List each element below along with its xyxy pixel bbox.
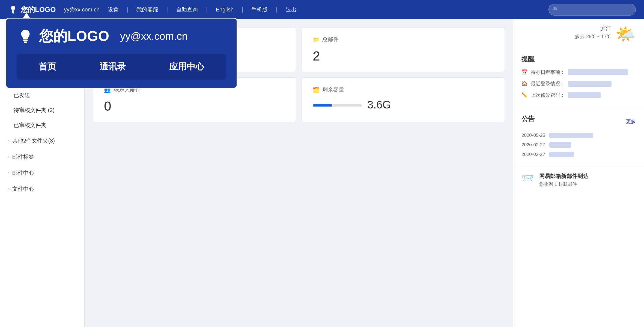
storage-row: 3.6G <box>313 99 494 111</box>
storage-label: 🗂️ 剩余容量 <box>313 86 494 93</box>
last-password-bar <box>568 92 601 98</box>
announce-bar-2 <box>549 142 571 148</box>
search-icon: 🔍 <box>553 7 559 13</box>
nav-links: 设置 | 我的客服 | 自助查询 | English | 手机版 | 退出 <box>108 6 297 13</box>
announce-row-1: 2020-05-25 <box>521 133 636 138</box>
dropdown-nav-contacts[interactable]: 通讯录 <box>91 59 134 74</box>
sidebar-item-mail-center[interactable]: › 邮件中心 <box>0 165 84 181</box>
folder-icon: 📁 <box>313 36 320 43</box>
sidebar-item-pending[interactable]: 待审核文件夹 (2) <box>0 103 84 118</box>
edit-icon: ✏️ <box>521 92 528 98</box>
announce-date-2: 2020-02-27 <box>521 142 545 148</box>
announce-row-3: 2020-02-27 <box>521 152 636 157</box>
notification-content: 网易邮箱新邮件到达 您收到 1 封新邮件 <box>539 172 588 187</box>
sidebar-item-file-center[interactable]: › 文件中心 <box>0 181 84 197</box>
file-center-arrow-icon: › <box>8 187 10 192</box>
weather-icon: 🌤️ <box>615 25 636 44</box>
nav-search: 🔍 <box>548 4 636 16</box>
nav-logout[interactable]: 退出 <box>286 6 297 13</box>
sidebar-item-other-folders[interactable]: › 其他2个文件夹 (3) <box>0 133 84 149</box>
notification-desc: 您收到 1 封新邮件 <box>539 181 588 187</box>
search-input[interactable] <box>548 4 636 16</box>
storage-bar <box>313 104 362 107</box>
announce-row-2: 2020-02-27 <box>521 142 636 148</box>
sidebar-item-sent[interactable]: 已发送 <box>0 88 84 103</box>
dropdown-logo-text: 您的LOGO <box>39 27 109 46</box>
reminder-row-schedule: 📅 待办日程事项： <box>521 69 636 75</box>
mail-center-label: 邮件中心 <box>12 169 34 177</box>
nav-logo[interactable]: 您的LOGO <box>8 5 56 14</box>
last-password-label: 上次修改密码： <box>531 92 565 98</box>
reminder-row-password: ✏️ 上次修改密码： <box>521 92 636 98</box>
announce-date-1: 2020-05-25 <box>521 133 545 138</box>
svg-point-2 <box>13 13 14 14</box>
notification-section: 📨 网易邮箱新邮件到达 您收到 1 封新邮件 <box>513 167 644 193</box>
calendar-icon: 📅 <box>521 69 528 75</box>
announcement-title: 公告 <box>521 114 535 123</box>
announce-bar-1 <box>549 133 593 138</box>
top-nav: 您的LOGO yy@xx.com.cn 设置 | 我的客服 | 自助查询 | E… <box>0 0 644 19</box>
storage-bar-fill <box>313 104 332 107</box>
mail-tags-arrow-icon: › <box>8 155 10 159</box>
sent-label: 已发送 <box>14 92 30 98</box>
dropdown-nav-home[interactable]: 首页 <box>31 59 64 74</box>
weather-section: 滨江 多云 29℃～17℃ 🌤️ <box>513 19 644 49</box>
home-icon: 🏠 <box>521 81 528 87</box>
other-folders-label: 其他2个文件夹 <box>12 137 48 144</box>
approved-label: 已审核文件夹 <box>14 122 46 128</box>
contact-value: 0 <box>104 99 285 114</box>
recent-login-label: 最近登录情况： <box>531 80 565 87</box>
other-folders-badge: (3) <box>48 138 55 144</box>
pending-schedule-bar <box>568 69 628 75</box>
dropdown-popup: 您的LOGO yy@xx.com.cn 首页 通讯录 应用中心 <box>5 18 237 89</box>
nav-self-query[interactable]: 自助查询 <box>176 6 198 13</box>
reminder-section: 提醒 📅 待办日程事项： 🏠 最近登录情况： ✏️ 上次修改密码： <box>513 49 644 109</box>
nav-customer-service[interactable]: 我的客服 <box>136 6 158 13</box>
notification-title: 网易邮箱新邮件到达 <box>539 172 588 180</box>
sidebar-item-mail-tags[interactable]: › 邮件标签 <box>0 149 84 165</box>
reminder-title: 提醒 <box>521 55 636 63</box>
mail-center-arrow-icon: › <box>8 171 10 175</box>
nav-mobile[interactable]: 手机版 <box>251 6 268 13</box>
announce-bar-3 <box>549 152 574 157</box>
announcement-section: 公告 更多 2020-05-25 2020-02-27 2020-02-27 <box>513 109 644 167</box>
total-value: 2 <box>313 49 494 63</box>
weather-city: 滨江 <box>575 25 611 32</box>
announcement-more-link[interactable]: 更多 <box>626 118 636 125</box>
announcement-header: 公告 更多 <box>521 114 636 129</box>
total-label: 📁 总邮件 <box>313 36 494 43</box>
weather-description: 多云 29℃～17℃ <box>575 33 611 40</box>
reminder-row-login: 🏠 最近登录情况： <box>521 80 636 87</box>
dropdown-nav: 首页 通讯录 应用中心 <box>17 54 226 80</box>
dropdown-email: yy@xx.com.cn <box>120 31 188 42</box>
weather-text: 滨江 多云 29℃～17℃ <box>575 25 611 40</box>
stat-card-total: 📁 总邮件 2 <box>302 27 505 72</box>
storage-value: 3.6G <box>367 99 391 111</box>
right-panel: 滨江 多云 29℃～17℃ 🌤️ 提醒 📅 待办日程事项： 🏠 最近登录情况： … <box>513 19 644 327</box>
svg-rect-0 <box>12 11 14 12</box>
dropdown-nav-apps[interactable]: 应用中心 <box>161 59 212 74</box>
logo-icon <box>8 5 18 14</box>
nav-email: yy@xx.com.cn <box>64 7 100 13</box>
file-center-label: 文件中心 <box>12 185 34 193</box>
mail-tags-label: 邮件标签 <box>12 153 34 161</box>
dropdown-header: 您的LOGO yy@xx.com.cn <box>17 27 226 46</box>
pending-schedule-label: 待办日程事项： <box>531 69 565 75</box>
pending-label: 待审核文件夹 <box>14 107 46 113</box>
svg-rect-3 <box>23 40 28 41</box>
nav-settings[interactable]: 设置 <box>108 6 119 13</box>
expand-arrow-icon: › <box>8 138 10 143</box>
dropdown-logo-icon <box>17 28 34 44</box>
notification-icon: 📨 <box>521 172 535 186</box>
recent-login-bar <box>568 81 612 87</box>
sidebar-item-approved[interactable]: 已审核文件夹 <box>0 118 84 133</box>
announce-date-3: 2020-02-27 <box>521 152 545 157</box>
stat-card-storage: 🗂️ 剩余容量 3.6G <box>302 77 505 122</box>
pending-badge: (2) <box>48 107 55 113</box>
nav-english[interactable]: English <box>216 7 234 13</box>
storage-icon: 🗂️ <box>313 86 320 93</box>
svg-rect-4 <box>24 41 27 43</box>
